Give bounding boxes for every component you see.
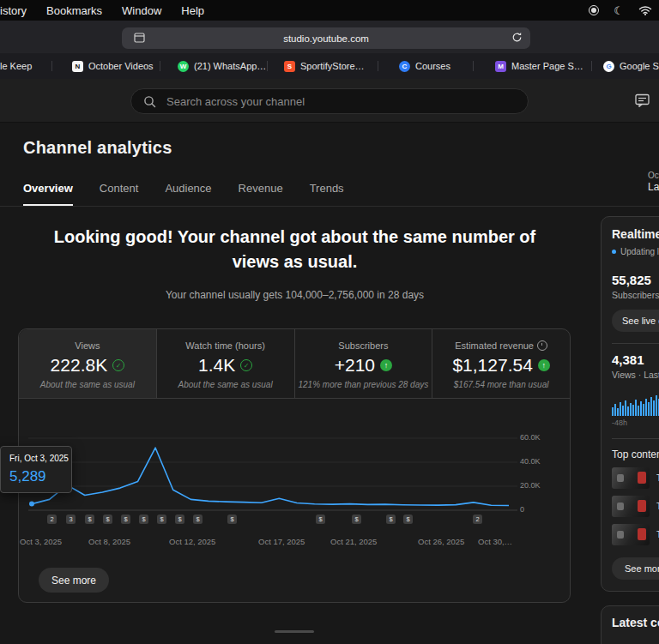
date-range-preset: La	[648, 182, 659, 193]
bookmark-separator	[160, 61, 160, 71]
realtime-subscribers-label: Subscribers	[612, 290, 659, 300]
tab-overview[interactable]: Overview	[23, 182, 73, 206]
realtime-axis-label: -48h	[612, 418, 659, 427]
monetization-marker[interactable]: $	[193, 515, 203, 524]
bookmark-separator	[591, 61, 592, 71]
x-tick-label: Oct 3, 2025	[20, 537, 62, 546]
bookmark-label: Google Se…	[620, 61, 659, 71]
summary-headline: Looking good! Your channel got about the…	[33, 225, 557, 274]
monetization-marker[interactable]: $	[316, 515, 325, 524]
bookmark-sportifystore[interactable]: S SportifyStore…	[284, 53, 365, 79]
menu-help[interactable]: Help	[181, 4, 204, 17]
top-content-row[interactable]: T	[612, 467, 659, 489]
video-published-marker[interactable]: 2	[47, 515, 57, 524]
metric-value: 1.4K ✓	[198, 355, 252, 376]
whatsapp-icon: W	[178, 61, 189, 72]
reload-icon[interactable]	[511, 32, 523, 45]
y-tick-label: 60.0K	[520, 433, 541, 442]
top-content-row[interactable]: T	[612, 496, 659, 517]
realtime-views-label: Views · Last 4	[612, 370, 659, 380]
x-tick-label: Oct 26, 2025	[418, 537, 464, 546]
see-live-count-button[interactable]: See live c	[612, 310, 659, 332]
shopify-icon: S	[284, 61, 295, 72]
monetization-marker[interactable]: $	[175, 515, 184, 524]
bookmark-whatsapp[interactable]: W (21) WhatsApp…	[178, 53, 266, 79]
metric-note: 121% more than previous 28 days	[298, 380, 428, 389]
metric-views[interactable]: Views 222.8K ✓ About the same as usual	[19, 329, 157, 398]
monetization-marker[interactable]: $	[227, 515, 237, 524]
video-thumbnail	[612, 524, 650, 545]
views-line-chart[interactable]	[28, 427, 517, 513]
page-settings-icon[interactable]	[134, 33, 145, 45]
monetization-marker[interactable]: $	[403, 515, 413, 524]
bookmark-label: Courses	[415, 61, 450, 71]
wifi-icon[interactable]	[638, 5, 652, 15]
bookmark-google-search[interactable]: G Google Se…	[603, 53, 659, 79]
tab-revenue[interactable]: Revenue	[239, 182, 283, 206]
bookmark-label: le Keep	[0, 61, 32, 71]
menu-bookmarks[interactable]: Bookmarks	[46, 4, 102, 17]
bookmark-google-keep[interactable]: le Keep	[0, 53, 32, 79]
metric-note: About the same as usual	[40, 380, 135, 389]
metric-value: +210 ↑	[335, 355, 392, 376]
monetization-marker[interactable]: $	[121, 515, 130, 524]
metric-subscribers[interactable]: Subscribers +210 ↑ 121% more than previo…	[295, 329, 433, 398]
screen: istory Bookmarks Window Help ☾ studio.yo	[0, 0, 659, 644]
search-icon	[143, 95, 156, 108]
up-arrow-icon: ↑	[538, 359, 550, 371]
menu-window[interactable]: Window	[122, 4, 161, 17]
tab-content[interactable]: Content	[100, 182, 139, 206]
bookmark-master-page[interactable]: M Master Page S…	[495, 53, 583, 79]
video-published-marker[interactable]: 3	[66, 515, 76, 524]
metric-note: About the same as usual	[178, 380, 273, 389]
bookmark-separator	[473, 61, 474, 71]
bookmark-courses[interactable]: C Courses	[399, 53, 450, 79]
date-range-picker[interactable]: Oct La	[648, 170, 659, 193]
metric-label: Watch time (hours)	[185, 340, 265, 351]
tab-audience[interactable]: Audience	[165, 182, 211, 206]
metric-watch-time[interactable]: Watch time (hours) 1.4K ✓ About the same…	[157, 329, 295, 398]
bookmark-october-videos[interactable]: N October Videos	[72, 53, 154, 79]
menu-history[interactable]: istory	[0, 4, 27, 17]
realtime-bar-chart[interactable]	[612, 387, 659, 416]
monetization-marker[interactable]: $	[352, 515, 361, 524]
updating-label: Updating li	[620, 247, 659, 256]
video-published-marker[interactable]: 2	[473, 515, 482, 524]
monetization-marker[interactable]: $	[139, 515, 148, 524]
x-tick-label: Oct 30,…	[478, 537, 512, 546]
monetization-marker[interactable]: $	[103, 515, 112, 524]
monetization-marker[interactable]: $	[85, 515, 94, 524]
feedback-icon[interactable]	[635, 93, 650, 111]
analytics-tabs: Overview Content Audience Revenue Trends	[23, 182, 344, 206]
scroll-indicator[interactable]	[275, 630, 314, 633]
latest-comments-title: Latest co	[612, 616, 659, 629]
monetization-marker[interactable]: $	[157, 515, 166, 524]
chart-tooltip: Fri, Oct 3, 2025 5,289	[0, 446, 72, 493]
top-content-row[interactable]: T	[612, 524, 659, 545]
see-more-button[interactable]: See more	[39, 568, 109, 593]
live-dot-icon	[612, 250, 616, 254]
x-tick-label: Oct 17, 2025	[258, 537, 305, 546]
top-content-title: Top content	[612, 448, 659, 460]
channel-search[interactable]	[130, 88, 529, 114]
address-bar[interactable]: studio.youtube.com	[122, 27, 530, 49]
timeline-markers: 23$$$$$$$$$$$$2	[0, 515, 659, 525]
realtime-see-more-button[interactable]: See more	[612, 557, 659, 580]
realtime-views-count: 4,381	[612, 352, 659, 367]
master-page-icon: M	[495, 61, 506, 72]
metric-estimated-revenue[interactable]: Estimated revenue $1,127.54 ↑ $167.54 mo…	[432, 329, 570, 398]
browser-toolbar: studio.youtube.com	[0, 21, 659, 53]
moon-icon[interactable]: ☾	[614, 5, 624, 16]
monetization-marker[interactable]: $	[386, 515, 396, 524]
metric-label: Subscribers	[338, 340, 388, 351]
studio-header	[0, 79, 659, 123]
metric-label: Views	[75, 340, 100, 351]
check-circle-icon: ✓	[112, 359, 124, 371]
bookmark-label: SportifyStore…	[300, 61, 365, 71]
realtime-updating: Updating li	[612, 247, 659, 256]
screen-record-icon[interactable]	[589, 5, 599, 15]
page-title: Channel analytics	[23, 138, 172, 158]
bookmark-label: October Videos	[88, 61, 154, 71]
search-input[interactable]	[165, 94, 503, 109]
tab-trends[interactable]: Trends	[310, 182, 344, 206]
